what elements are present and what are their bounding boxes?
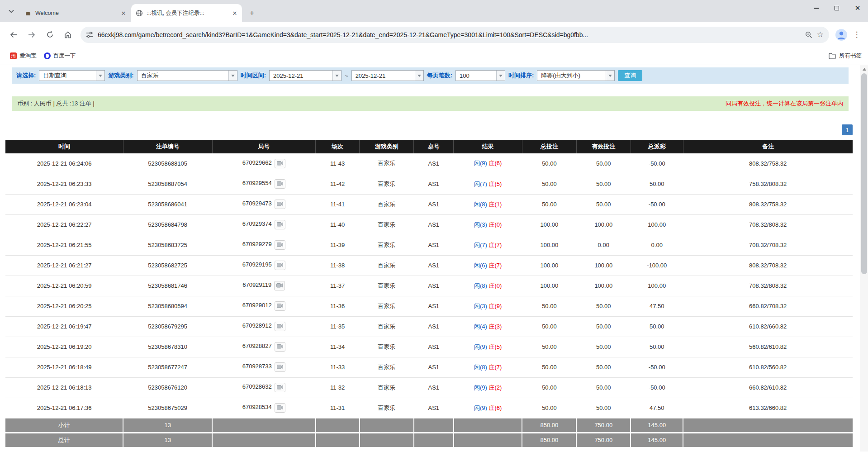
video-replay-button[interactable] <box>275 200 285 209</box>
cell-bet-id: 523058688105 <box>123 153 212 174</box>
video-replay-button[interactable] <box>274 281 285 290</box>
profile-avatar[interactable] <box>835 29 847 41</box>
game-type-value: 百家乐 <box>138 71 228 80</box>
url-bar[interactable]: 66cxkj98.com/game/betrecord_search/kind3… <box>81 27 829 43</box>
result-banker: 庄(9) <box>489 303 502 309</box>
cell-session: 11-37 <box>316 276 360 296</box>
cell-bet-id: 523058678310 <box>123 337 212 357</box>
result-player: 闲(3) <box>474 221 487 228</box>
cell-game-type: 百家乐 <box>360 255 414 276</box>
page-size-select[interactable]: 100 <box>455 70 505 81</box>
tab-close-icon[interactable]: ✕ <box>231 10 238 17</box>
cell-empty <box>212 433 316 447</box>
video-replay-button[interactable] <box>275 220 285 229</box>
camera-icon <box>277 262 283 269</box>
cell-table-no: AS1 <box>414 235 454 255</box>
search-button[interactable]: 查询 <box>618 70 642 81</box>
camera-icon <box>277 160 283 167</box>
result-banker: 庄(5) <box>489 181 502 187</box>
cell-round: 670929012 <box>212 296 316 316</box>
cell-total-bet: 50.00 <box>522 316 576 337</box>
cell-bet-id: 523058684798 <box>123 214 212 235</box>
all-bookmarks-button[interactable]: 所有书签 <box>823 51 862 61</box>
total-payout: 145.00 <box>631 433 683 447</box>
cell-session: 11-42 <box>316 174 360 194</box>
cell-payout: -100.00 <box>631 255 683 276</box>
camera-icon <box>277 181 283 187</box>
chevron-down-icon <box>96 71 104 81</box>
valid-bet-notice: 同局有效投注，统一计算在该局第一张注单内 <box>726 100 843 108</box>
cell-empty <box>414 418 454 433</box>
cell-total-bet: 100.00 <box>522 214 576 235</box>
browser-menu-icon[interactable]: ⋮ <box>850 30 863 39</box>
maximize-button[interactable] <box>826 0 847 16</box>
result-player: 闲(9) <box>474 160 487 167</box>
page-number-button[interactable]: 1 <box>842 124 853 135</box>
tab-welcome[interactable]: Welcome ✕ <box>20 4 131 22</box>
video-replay-button[interactable] <box>275 240 285 250</box>
tab-search-button[interactable] <box>4 4 19 19</box>
home-button[interactable] <box>60 27 76 43</box>
new-tab-button[interactable]: + <box>246 7 258 19</box>
refresh-icon <box>46 31 54 38</box>
cell-valid-bet: 100.00 <box>576 255 631 276</box>
tab-close-icon[interactable]: ✕ <box>120 10 127 17</box>
bookmark-label: 百度一下 <box>53 52 76 60</box>
bookmark-aitaobao[interactable]: 淘 爱淘宝 <box>6 50 40 62</box>
scrollbar-up-icon[interactable] <box>860 65 868 73</box>
cell-empty <box>454 418 522 433</box>
cell-bet-id: 523058682725 <box>123 255 212 276</box>
video-replay-button[interactable] <box>275 261 285 270</box>
total-label: 总计 <box>5 433 123 447</box>
back-button[interactable] <box>5 27 22 43</box>
game-type-select[interactable]: 百家乐 <box>137 70 237 81</box>
cell-round: 670929279 <box>212 235 316 255</box>
subtotal-total-bet: 850.00 <box>522 418 576 433</box>
cell-empty <box>316 433 360 447</box>
minimize-button[interactable] <box>806 0 826 16</box>
cell-round: 670929662 <box>212 153 316 174</box>
video-replay-button[interactable] <box>275 301 285 311</box>
page-scrollbar[interactable] <box>860 65 868 452</box>
date-start-select[interactable]: 2025-12-21 <box>269 70 342 81</box>
video-replay-button[interactable] <box>275 159 285 168</box>
video-replay-button[interactable] <box>275 383 285 392</box>
tab-bet-record[interactable]: :::视讯, 会员下注纪录::: ✕ <box>131 4 242 22</box>
cell-total-bet: 50.00 <box>522 337 576 357</box>
cell-result: 闲(8) 庄(0) <box>454 276 522 296</box>
select-mode-label: 请选择: <box>16 71 36 80</box>
forward-button[interactable] <box>24 27 40 43</box>
total-valid-bet: 750.00 <box>576 433 631 447</box>
video-replay-button[interactable] <box>275 322 285 331</box>
close-button[interactable]: ✕ <box>847 0 868 16</box>
game-type-label: 游戏类别: <box>108 71 133 80</box>
site-info-icon[interactable] <box>86 31 93 38</box>
table-row: 2025-12-21 06:23:04523058686041670929473… <box>5 194 853 214</box>
video-replay-button[interactable] <box>275 362 285 372</box>
cell-bet-id: 523058675029 <box>123 398 212 418</box>
result-banker: 庄(7) <box>489 262 502 269</box>
refresh-button[interactable] <box>42 27 58 43</box>
sort-select[interactable]: 降幂(由大到小) <box>537 70 615 81</box>
zoom-icon[interactable] <box>805 31 812 38</box>
camera-icon <box>277 384 283 391</box>
video-replay-button[interactable] <box>275 179 285 189</box>
camera-icon <box>277 242 283 248</box>
scrollbar-thumb[interactable] <box>861 73 867 274</box>
cell-note: 808.32/708.32 <box>683 255 853 276</box>
video-replay-button[interactable] <box>275 342 285 352</box>
url-text[interactable]: 66cxkj98.com/game/betrecord_search/kind3… <box>98 31 801 38</box>
cell-payout: 50.00 <box>631 337 683 357</box>
video-replay-button[interactable] <box>275 403 285 413</box>
bookmark-star-icon[interactable]: ☆ <box>817 30 824 39</box>
date-end-select[interactable]: 2025-12-21 <box>351 70 424 81</box>
table-row: 2025-12-21 06:21:27523058682725670929195… <box>5 255 853 276</box>
cell-game-type: 百家乐 <box>360 296 414 316</box>
bet-table-body: 2025-12-21 06:24:06523058688105670929662… <box>5 153 853 418</box>
table-header-row: 时间 注单编号 局号 场次 游戏类别 桌号 结果 总投注 有效投注 总派彩 备注 <box>5 140 853 153</box>
cell-time: 2025-12-21 06:21:55 <box>5 235 123 255</box>
tab-strip: Welcome ✕ :::视讯, 会员下注纪录::: ✕ + ✕ <box>0 0 868 22</box>
query-mode-select[interactable]: 日期查询 <box>39 70 105 81</box>
currency-summary: 币别 : 人民币 | 总共 :13 注单 | <box>17 100 95 108</box>
bookmark-baidu[interactable]: 百度一下 <box>40 50 80 62</box>
